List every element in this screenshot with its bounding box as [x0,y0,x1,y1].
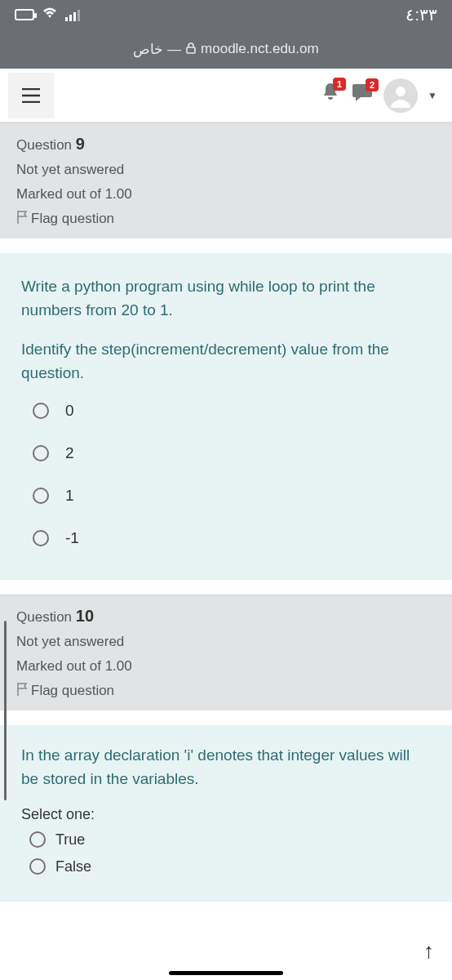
status-bar: ٤:٣٣ [0,0,452,29]
radio-icon [33,403,49,419]
question-10-body: In the array declaration 'i' denotes tha… [0,725,452,902]
option-label: -1 [65,529,79,547]
question-text: In the array declaration 'i' denotes tha… [21,743,431,791]
question-10-options: True False [21,831,431,875]
private-label: خاص — [133,41,181,58]
avatar[interactable] [383,78,418,113]
flag-label: Flag question [31,683,114,699]
option-label: 2 [65,444,74,462]
option-2[interactable]: 2 [33,444,431,462]
menu-button[interactable] [8,73,54,118]
home-indicator [169,971,283,975]
question-9-header: Question 9 Not yet answered Marked out o… [0,122,452,238]
browser-url-bar[interactable]: خاص — moodle.nct.edu.om [0,29,452,69]
flag-question-link[interactable]: Flag question [16,683,436,699]
notif-badge: 1 [333,78,346,91]
wifi-icon [42,7,57,22]
option-label: True [55,831,85,849]
flag-icon [16,683,28,699]
question-number: 10 [76,607,94,625]
question-text-1: Write a python program using while loop … [21,274,431,323]
svg-point-0 [396,87,405,96]
option-true[interactable]: True [29,831,431,849]
flag-label: Flag question [31,211,114,227]
question-9-options: 0 2 1 -1 [21,402,431,547]
radio-icon [33,488,49,504]
question-marks: Marked out of 1.00 [16,186,436,203]
option-label: 0 [65,402,74,420]
user-menu-caret[interactable]: ▼ [428,90,437,101]
scrollbar-indicator [4,621,7,800]
option-label: False [55,858,91,875]
radio-icon [33,530,49,546]
question-9-body: Write a python program using while loop … [0,253,452,580]
notifications-button[interactable]: 1 [320,81,341,109]
url-text: moodle.nct.edu.om [201,41,319,57]
radio-icon [33,445,49,461]
question-label: Question [16,137,72,153]
messages-button[interactable]: 2 [351,82,374,109]
flag-icon [16,211,28,227]
flag-question-link[interactable]: Flag question [16,211,436,227]
signal-icon [65,8,80,21]
question-10-header: Question 10 Not yet answered Marked out … [0,595,452,710]
status-icons-left [15,7,80,22]
scroll-top-button[interactable]: ↑ [423,938,434,964]
radio-icon [29,858,46,875]
question-label: Question [16,609,72,625]
question-status: Not yet answered [16,634,436,650]
lock-icon [186,42,196,56]
option-label: 1 [65,487,74,505]
question-text-2: Identify the step(increment/decrement) v… [21,337,431,385]
option-neg1[interactable]: -1 [33,529,431,547]
battery-icon [15,9,34,20]
question-marks: Marked out of 1.00 [16,658,436,675]
status-time: ٤:٣٣ [405,5,437,24]
msg-badge: 2 [366,78,379,91]
option-0[interactable]: 0 [33,402,431,420]
option-1[interactable]: 1 [33,487,431,505]
radio-icon [29,831,46,848]
app-header: 1 2 ▼ [0,69,452,122]
question-status: Not yet answered [16,162,436,178]
option-false[interactable]: False [29,858,431,875]
question-number: 9 [76,135,85,153]
select-one-label: Select one: [21,806,431,823]
